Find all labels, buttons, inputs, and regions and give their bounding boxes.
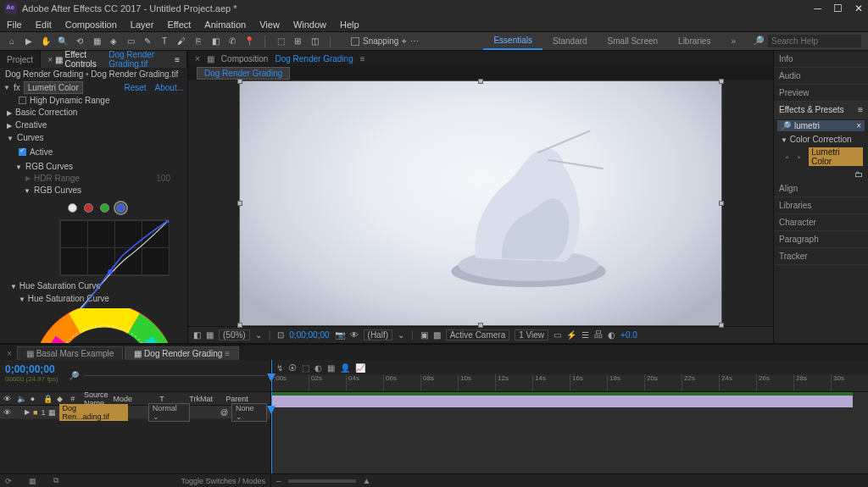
layer-name[interactable]: Dog Ren...ading.tif xyxy=(59,404,127,421)
menu-view[interactable]: View xyxy=(259,19,280,30)
effects-folder[interactable]: ▼ Color Correction xyxy=(774,133,868,146)
lock-col-icon[interactable]: 🔒 xyxy=(43,395,52,403)
effect-list-item[interactable]: ▫ ▫ Lumetri Color xyxy=(774,146,868,168)
comp-name-link[interactable]: Dog Render Grading xyxy=(275,54,353,64)
rgb-curves-group[interactable]: ▼RGB Curves xyxy=(0,160,187,173)
timeline-search-icon[interactable]: 🔎 xyxy=(69,371,79,380)
layer-visible-icon[interactable]: 👁 xyxy=(3,408,11,417)
composition-canvas[interactable] xyxy=(239,80,722,326)
effect-name-label[interactable]: Lumetri Color xyxy=(24,81,83,94)
effect-controls-layer-link[interactable]: Dog Render Grading.tif xyxy=(108,50,170,69)
axis-view-icon[interactable]: ◫ xyxy=(308,35,321,48)
keyframe-nav-icon[interactable]: ⦿ xyxy=(288,363,297,373)
timeline-search-input[interactable] xyxy=(84,375,265,376)
video-col-icon[interactable]: 👁 xyxy=(3,395,12,403)
transform-handle[interactable] xyxy=(478,79,483,84)
comp-close-icon[interactable]: × xyxy=(195,54,200,64)
section-creative[interactable]: ▶Creative xyxy=(0,119,187,131)
playhead-line[interactable] xyxy=(271,392,272,473)
search-help-input[interactable] xyxy=(768,35,861,47)
flowchart-icon[interactable]: 品 xyxy=(594,329,603,340)
menu-effect[interactable]: Effect xyxy=(167,19,191,30)
panel-info[interactable]: Info xyxy=(774,51,868,68)
puppet-tool-icon[interactable]: 📍 xyxy=(242,35,256,48)
parent-dropdown[interactable]: None ⌄ xyxy=(231,403,267,422)
shy-toggle-icon[interactable]: 👤 xyxy=(340,363,350,373)
home-icon[interactable]: ⌂ xyxy=(5,35,19,48)
parent-pickwhip-icon[interactable]: @ xyxy=(220,408,228,417)
transparency-grid-icon[interactable]: ▩ xyxy=(433,330,441,340)
transform-handle[interactable] xyxy=(237,201,242,206)
curves-active-checkbox[interactable] xyxy=(19,148,26,156)
panel-align[interactable]: Align xyxy=(774,180,868,197)
minimize-button[interactable]: ─ xyxy=(814,3,821,14)
zoom-in-icon[interactable]: ▲ xyxy=(363,476,371,485)
snapping-checkbox[interactable] xyxy=(351,37,359,46)
menu-edit[interactable]: Edit xyxy=(36,19,52,30)
brush-tool-icon[interactable]: 🖌 xyxy=(175,35,188,48)
pixel-aspect-icon[interactable]: ▭ xyxy=(554,330,561,340)
axis-world-icon[interactable]: ⊞ xyxy=(291,35,304,48)
solo-col-icon[interactable]: ● xyxy=(31,395,39,403)
new-bin-icon[interactable]: 🗀 xyxy=(854,169,863,179)
roto-tool-icon[interactable]: ✆ xyxy=(225,35,239,48)
menu-composition[interactable]: Composition xyxy=(65,19,117,30)
rgb-curves-sub[interactable]: ▼RGB Curves xyxy=(0,184,187,196)
comp-flowchart-tab[interactable]: Dog Render Grading xyxy=(197,67,290,80)
workspace-standard[interactable]: Standard xyxy=(542,32,598,50)
trkmat-col-label[interactable]: TrkMat xyxy=(189,395,220,403)
active-camera-dropdown[interactable]: Active Camera xyxy=(446,329,510,340)
workspace-small-screen[interactable]: Small Screen xyxy=(598,32,668,50)
panel-preview[interactable]: Preview xyxy=(774,85,868,102)
draft-3d-icon[interactable]: ⬚ xyxy=(302,363,309,373)
toggle-switches-label[interactable]: Toggle Switches / Modes xyxy=(181,477,265,485)
blend-mode-dropdown[interactable]: Normal ⌄ xyxy=(148,403,190,422)
menu-layer[interactable]: Layer xyxy=(131,19,154,30)
motion-blur-icon[interactable]: ◐ xyxy=(314,363,322,373)
layer-disclosure-icon[interactable]: ▶ xyxy=(25,408,30,416)
zoom-dropdown[interactable]: (50%) xyxy=(219,329,250,340)
resolution-dropdown[interactable]: (Half) xyxy=(364,329,392,340)
hdr-range-value[interactable]: 100 xyxy=(156,174,170,183)
res-auto-icon[interactable]: ⊡ xyxy=(277,330,284,340)
channel-icon[interactable]: ▦ xyxy=(206,330,214,340)
frame-blend-icon[interactable]: ▦ xyxy=(327,363,335,373)
exposure-value[interactable]: +0.0 xyxy=(620,330,637,340)
graph-icon[interactable]: ↯ xyxy=(276,363,283,373)
transform-handle[interactable] xyxy=(719,323,724,328)
view-layout-dropdown[interactable]: 1 View xyxy=(515,329,548,340)
timeline-layer-row[interactable]: 👁 ▶ ■ 1 ▦ Dog Ren...ading.tif Normal ⌄ @… xyxy=(0,406,270,419)
panel-menu-icon[interactable]: ≡ xyxy=(858,105,863,114)
curve-channel-red[interactable] xyxy=(84,203,93,213)
render-queue-icon[interactable]: ▦ xyxy=(29,477,36,485)
current-timecode[interactable]: 0;00;00;00 xyxy=(5,363,58,375)
alpha-icon[interactable]: ◧ xyxy=(193,330,201,340)
effect-controls-tab[interactable]: × ▦ Effect Controls Dog Render Grading.t… xyxy=(41,51,187,68)
section-basic-correction[interactable]: ▶Basic Correction xyxy=(0,106,187,119)
pen-tool-icon[interactable]: ✎ xyxy=(141,35,154,48)
curve-channel-master[interactable] xyxy=(68,203,77,213)
panel-libraries[interactable]: Libraries xyxy=(774,197,868,214)
layer-duration-bar[interactable] xyxy=(271,396,853,407)
menu-help[interactable]: Help xyxy=(340,19,359,30)
brainstorm-icon[interactable]: ⧉ xyxy=(53,476,58,485)
timeline-ruler[interactable]: :00s 02s 04s 06s 08s 10s 12s 14s 16s 18s… xyxy=(271,374,868,391)
composition-viewer[interactable] xyxy=(188,80,773,326)
transform-handle[interactable] xyxy=(478,323,483,328)
panel-character[interactable]: Character xyxy=(774,214,868,231)
breadcrumb-layer[interactable]: Dog Render Grading.tif xyxy=(91,69,178,79)
hdr-checkbox[interactable] xyxy=(19,97,26,104)
effect-about-link[interactable]: About... xyxy=(155,83,184,92)
snapshot-icon[interactable]: 📷 xyxy=(335,330,345,340)
timeline-tab-2[interactable]: ▦ Dog Render Grading ≡ xyxy=(125,346,239,360)
workspace-overflow[interactable]: » xyxy=(721,32,746,50)
workspace-libraries[interactable]: Libraries xyxy=(668,32,721,50)
panel-menu-icon[interactable]: ≡ xyxy=(175,55,180,64)
roi-icon[interactable]: ▣ xyxy=(420,330,428,340)
section-curves[interactable]: ▼Curves xyxy=(0,131,187,144)
graph-editor-icon[interactable]: 📈 xyxy=(355,363,365,373)
shy-icon[interactable]: ⟳ xyxy=(5,477,12,485)
audio-col-icon[interactable]: 🔈 xyxy=(17,395,25,403)
timeline-icon[interactable]: ☰ xyxy=(581,330,589,340)
orbit-tool-icon[interactable]: ⟲ xyxy=(73,35,86,48)
